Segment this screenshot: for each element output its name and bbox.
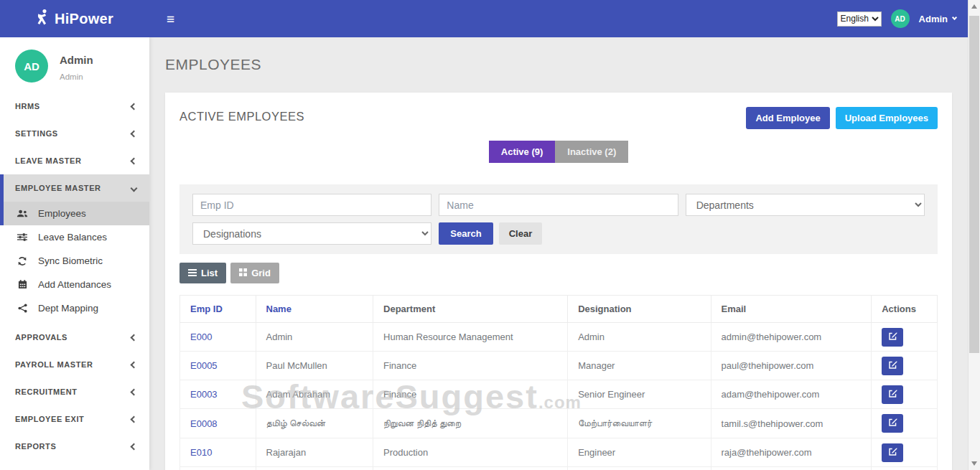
sidebar-group-payroll-master[interactable]: PAYROLL MASTER (0, 351, 149, 378)
scroll-down-arrow-icon[interactable] (971, 461, 977, 466)
cell-department: Human Resource Management (373, 323, 568, 352)
cell-designation: Admin (568, 323, 711, 352)
emp-id-link[interactable]: E0005 (190, 360, 218, 371)
cell-email: raja@thehipower.com (711, 438, 872, 467)
chevron-down-icon (952, 15, 957, 20)
sidebar: AD Admin Admin HRMS SETTINGS LEAVE MASTE… (0, 37, 149, 470)
sync-icon (17, 256, 28, 266)
list-icon (188, 268, 197, 278)
sidebar-item-employees[interactable]: Employees (0, 202, 149, 225)
tab-active[interactable]: Active (9) (489, 141, 556, 163)
chevron-left-icon (131, 157, 138, 164)
emp-id-link[interactable]: E0008 (190, 418, 218, 429)
edit-icon (888, 360, 897, 372)
grid-view-button[interactable]: Grid (230, 263, 279, 283)
cell-department: Production (373, 438, 568, 467)
sidebar-item-dept-mapping[interactable]: Dept Mapping (0, 296, 149, 320)
app-logo[interactable]: HiPower (0, 9, 149, 29)
add-employee-button[interactable]: Add Employee (746, 107, 829, 129)
name-input[interactable] (439, 194, 678, 216)
cell-designation: Senior Engineer (568, 380, 711, 409)
departments-select[interactable]: Departments (686, 194, 925, 216)
cell-name: Admin (256, 323, 373, 352)
upload-employees-button[interactable]: Upload Employees (836, 107, 938, 129)
grid-icon (239, 268, 247, 278)
cell-email: tamil.s@thehipower.com (711, 409, 872, 438)
list-view-button[interactable]: List (179, 263, 226, 283)
profile-name: Admin (60, 54, 93, 66)
cell-email: paul@thehipower.com (711, 352, 872, 380)
header-emp-id[interactable]: Emp ID (180, 296, 256, 323)
sidebar-item-label: Dept Mapping (38, 303, 98, 314)
edit-button[interactable] (882, 385, 903, 404)
share-icon (17, 304, 28, 313)
table-header-row: Emp ID Name Department Designation Email… (180, 296, 938, 323)
edit-button[interactable] (882, 357, 903, 375)
sidebar-group-approvals[interactable]: APPROVALS (0, 324, 149, 351)
edit-icon (888, 332, 897, 343)
emp-id-link[interactable]: E010 (190, 447, 212, 458)
cell-designation: மேற்பார்வையாளர் (568, 409, 711, 438)
scroll-up-arrow-icon[interactable] (971, 4, 977, 9)
sidebar-group-employee-exit[interactable]: EMPLOYEE EXIT (0, 405, 149, 433)
emp-id-link[interactable]: E000 (190, 332, 212, 342)
chevron-left-icon (131, 334, 138, 341)
clear-button[interactable]: Clear (499, 222, 543, 245)
cell-department: Production (373, 467, 568, 470)
table-row: E0005 Paul McMullen Finance Manager paul… (180, 352, 938, 380)
cell-department: Finance (373, 352, 568, 380)
header-department: Department (373, 296, 568, 323)
sidebar-item-sync-biometric[interactable]: Sync Biometric (0, 249, 149, 273)
header-name[interactable]: Name (256, 296, 373, 323)
vertical-scrollbar[interactable] (968, 0, 980, 470)
edit-button[interactable] (882, 443, 903, 462)
scrollbar-thumb[interactable] (969, 16, 979, 353)
sidebar-group-leave-master[interactable]: LEAVE MASTER (0, 147, 149, 174)
user-menu[interactable]: Admin (919, 14, 956, 24)
cell-email: sakthi@thehipower.com (711, 467, 872, 470)
sidebar-group-hrms[interactable]: HRMS (0, 93, 149, 120)
navbar-avatar[interactable]: AD (891, 9, 910, 28)
edit-button[interactable] (882, 328, 903, 347)
status-tabs: Active (9) Inactive (2) (179, 141, 938, 163)
page-title: EMPLOYEES (165, 56, 952, 73)
cell-department: Finance (373, 380, 568, 409)
sidebar-item-label: Leave Balances (38, 232, 107, 243)
edit-icon (888, 447, 897, 459)
tab-inactive[interactable]: Inactive (2) (555, 141, 628, 163)
top-navbar: HiPower ≡ English AD Admin (0, 0, 968, 37)
sidebar-group-settings[interactable]: SETTINGS (0, 120, 149, 147)
cell-name: தமிழ் செல்வன் (256, 409, 373, 438)
sliders-icon (17, 232, 28, 242)
sidebar-item-label: Employees (38, 208, 86, 219)
main-content: EMPLOYEES ACTIVE EMPLOYEES Add Employee … (149, 37, 968, 470)
panel-heading: ACTIVE EMPLOYEES (179, 107, 304, 123)
sidebar-item-label: Sync Biometric (38, 255, 103, 266)
chevron-down-icon (131, 184, 138, 192)
search-button[interactable]: Search (439, 222, 493, 245)
sidebar-item-add-attendances[interactable]: Add Attendances (0, 273, 149, 296)
designations-select[interactable]: Designations (192, 222, 431, 245)
table-row: E000 Admin Human Resource Management Adm… (180, 323, 938, 352)
employee-table-body: E000 Admin Human Resource Management Adm… (180, 323, 938, 470)
table-row: E0003 Adam Abraham Finance Senior Engine… (180, 380, 938, 409)
user-menu-label: Admin (919, 14, 948, 24)
edit-icon (888, 389, 897, 400)
emp-id-input[interactable] (192, 194, 431, 216)
calendar-icon (17, 280, 28, 289)
filter-bar: Departments Designations Search Clear (179, 184, 938, 254)
emp-id-link[interactable]: E0003 (190, 389, 218, 400)
sidebar-item-leave-balances[interactable]: Leave Balances (0, 225, 149, 249)
employee-table: Emp ID Name Department Designation Email… (179, 295, 938, 470)
language-select[interactable]: English (837, 11, 882, 27)
sidebar-group-recruitment[interactable]: RECRUITMENT (0, 378, 149, 405)
hamburger-menu-icon[interactable]: ≡ (167, 12, 174, 26)
employees-panel: ACTIVE EMPLOYEES Add Employee Upload Emp… (165, 93, 952, 470)
sidebar-group-employee-master[interactable]: EMPLOYEE MASTER (0, 174, 149, 202)
cell-name: Rajarajan (256, 438, 373, 467)
sidebar-group-reports[interactable]: REPORTS (0, 433, 149, 460)
sidebar-avatar: AD (15, 50, 48, 83)
cell-designation: Senior Developer (568, 467, 711, 470)
cell-email: admin@thehipower.com (711, 323, 872, 352)
edit-button[interactable] (882, 414, 903, 433)
